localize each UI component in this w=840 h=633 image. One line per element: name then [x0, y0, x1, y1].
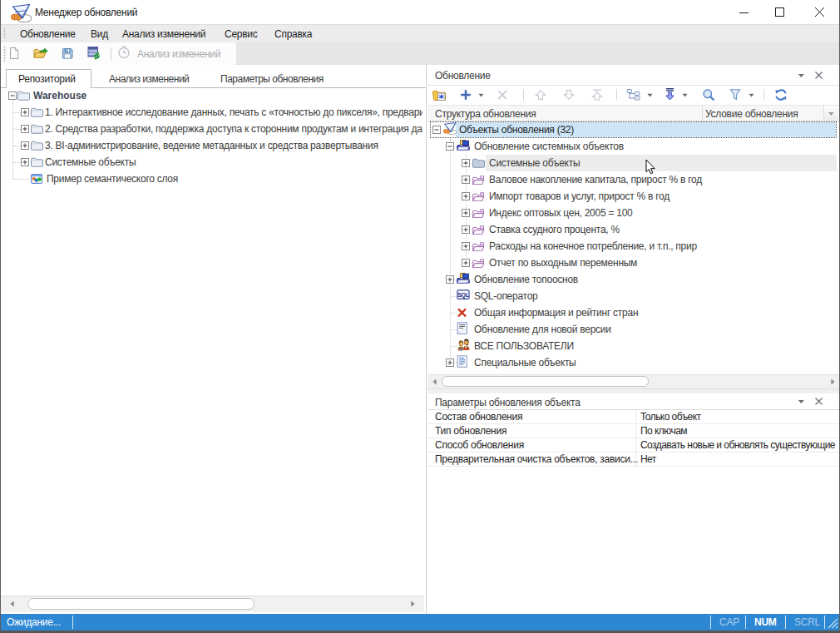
svg-text:SQL: SQL [457, 292, 470, 299]
